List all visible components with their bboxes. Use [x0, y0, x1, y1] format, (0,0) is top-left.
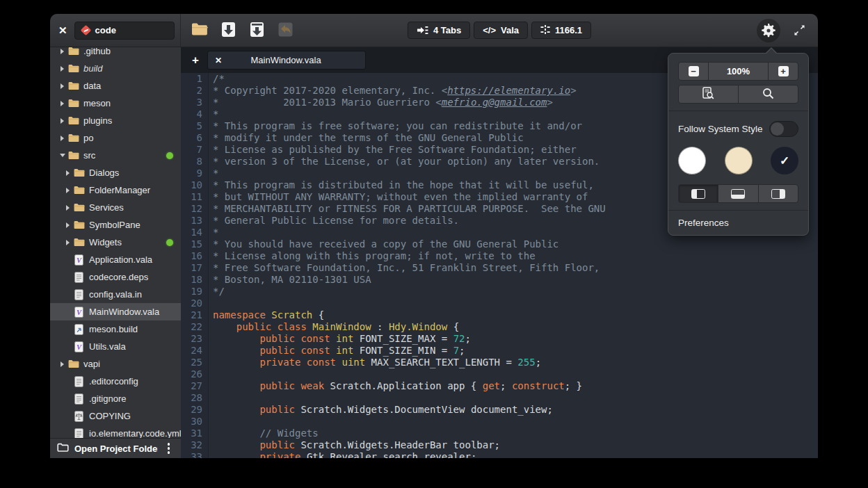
tree-item-services[interactable]: Services	[50, 199, 181, 216]
tree-item-meson-build[interactable]: meson.build	[50, 320, 181, 338]
tree-item-vapi[interactable]: vapi	[50, 355, 181, 373]
line-number: 32	[181, 439, 209, 451]
tree-item--editorconfig[interactable]: .editorconfig	[50, 373, 181, 390]
zoom-in-button[interactable]: +	[768, 62, 798, 81]
expander-right-icon[interactable]	[63, 170, 73, 176]
preferences-menu-item[interactable]: Preferences	[668, 211, 808, 235]
tree-item--github[interactable]: .github	[50, 47, 181, 60]
expander-right-icon[interactable]	[63, 188, 73, 193]
tree-item-mainwindow-vala[interactable]: VMainWindow.vala	[50, 303, 181, 320]
revert-button[interactable]	[276, 22, 294, 40]
code-text: * Copyright 2017-2020 elementary, Inc. <…	[209, 85, 577, 97]
expander-right-icon[interactable]	[63, 205, 73, 211]
tree-item-label: Dialogs	[89, 168, 119, 178]
line-number: 5	[181, 120, 209, 132]
find-buttons	[678, 85, 798, 104]
tree-item-data[interactable]: data	[50, 77, 181, 95]
tree-item-copying[interactable]: COPYING	[50, 407, 181, 425]
style-light-button[interactable]	[678, 147, 706, 174]
tree-item-label: COPYING	[89, 411, 131, 421]
follow-system-style-toggle[interactable]	[769, 121, 798, 137]
expander-right-icon[interactable]	[57, 83, 67, 89]
tree-item-meson[interactable]: meson	[50, 95, 181, 112]
line-number: 29	[181, 404, 209, 416]
fullscreen-button[interactable]	[790, 22, 808, 40]
style-sepia-button[interactable]	[725, 147, 753, 174]
save-button[interactable]	[219, 22, 237, 40]
zoom-control: − 100% +	[678, 62, 798, 81]
tab-mainwindow-vala[interactable]: ✕ MainWindow.vala	[207, 51, 366, 70]
show-outline-button[interactable]	[758, 184, 798, 203]
tree-item-label: meson	[83, 98, 111, 108]
save-as-icon	[250, 22, 264, 40]
tree-item-label: config.vala.in	[89, 289, 142, 300]
code-text: */	[209, 286, 225, 298]
line-ruler-icon	[540, 25, 550, 35]
line-number: 12	[181, 203, 209, 215]
code-text: * version 3 of the License, or (at your …	[209, 156, 600, 168]
settings-button[interactable]	[757, 19, 780, 42]
tree-item-foldermanager[interactable]: FolderManager	[50, 181, 181, 199]
tree-item-io-elementary-code-yml[interactable]: io.elementary.code.yml	[50, 425, 181, 438]
settings-popover: − 100% + Follow System Style ✓ Preferenc…	[668, 53, 809, 236]
expander-right-icon[interactable]	[57, 136, 67, 141]
tree-item-codecore-deps[interactable]: codecore.deps	[50, 268, 181, 286]
follow-system-style-label: Follow System Style	[678, 124, 763, 134]
tree-item-label: plugins	[83, 115, 112, 126]
tree-item-plugins[interactable]: plugins	[50, 112, 181, 129]
expander-right-icon[interactable]	[57, 361, 67, 367]
kebab-menu-icon[interactable]	[163, 440, 175, 457]
open-file-button[interactable]	[191, 22, 209, 40]
tree-item-utils-vala[interactable]: VUtils.vala	[50, 338, 181, 355]
style-dark-button[interactable]: ✓	[771, 147, 798, 174]
expander-down-icon[interactable]	[57, 154, 67, 157]
tree-item-symbolpane[interactable]: SymbolPane	[50, 216, 181, 234]
find-button[interactable]	[738, 85, 798, 104]
tree-item-build[interactable]: build	[50, 60, 181, 77]
code-text: * License along with this program; if no…	[209, 250, 536, 262]
tree-item-label: .github	[83, 47, 111, 56]
revert-icon	[278, 22, 294, 40]
code-text: * MERCHANTABILITY or FITNESS FOR A PARTI…	[209, 203, 606, 215]
expander-right-icon[interactable]	[63, 240, 73, 245]
code-line: 17* Free Software Foundation, Inc., 51 F…	[181, 262, 818, 274]
show-terminal-button[interactable]	[718, 184, 758, 203]
tree-item-application-vala[interactable]: VApplication.vala	[50, 251, 181, 268]
language-button[interactable]: </>Vala	[474, 22, 528, 39]
expander-right-icon[interactable]	[57, 49, 67, 54]
expander-right-icon[interactable]	[57, 118, 67, 124]
code-line: 20	[181, 298, 818, 309]
find-in-files-button[interactable]	[678, 85, 739, 104]
tree-item--gitignore[interactable]: .gitignore	[50, 390, 181, 407]
folder-icon	[73, 186, 85, 195]
tree-item-src[interactable]: src	[50, 147, 181, 164]
code-text: private Gtk.Revealer search_revealer;	[209, 451, 476, 458]
line-number: 31	[181, 428, 209, 439]
line-number: 6	[181, 132, 209, 144]
expander-right-icon[interactable]	[57, 66, 67, 72]
save-as-button[interactable]	[248, 22, 266, 40]
new-tab-button[interactable]: +	[186, 54, 204, 67]
line-number: 30	[181, 416, 209, 428]
line-number: 25	[181, 357, 209, 368]
tree-item-widgets[interactable]: Widgets	[50, 234, 181, 251]
tab-close-icon[interactable]: ✕	[215, 56, 222, 65]
tree-item-dialogs[interactable]: Dialogs	[50, 164, 181, 181]
expander-right-icon[interactable]	[63, 222, 73, 228]
line-column-button[interactable]: 1166.1	[531, 22, 591, 39]
pane-bottom-icon	[731, 189, 745, 199]
code-text: *	[209, 168, 218, 179]
expander-right-icon[interactable]	[57, 101, 67, 106]
open-project-folder-button[interactable]: Open Project Folder…	[74, 444, 158, 454]
project-chooser-button[interactable]: code	[74, 22, 175, 40]
svg-text:V: V	[77, 257, 82, 264]
tree-item-config-vala-in[interactable]: config.vala.in	[50, 286, 181, 303]
search-icon	[762, 88, 774, 101]
zoom-level[interactable]: 100%	[708, 62, 769, 81]
show-sidebar-button[interactable]	[678, 184, 718, 203]
tree-item-label: codecore.deps	[89, 272, 148, 282]
zoom-out-button[interactable]: −	[678, 62, 709, 81]
tree-item-po[interactable]: po	[50, 129, 181, 147]
window-close-button[interactable]: ✕	[58, 25, 67, 35]
tabs-overview-button[interactable]: 4 Tabs	[408, 22, 470, 39]
